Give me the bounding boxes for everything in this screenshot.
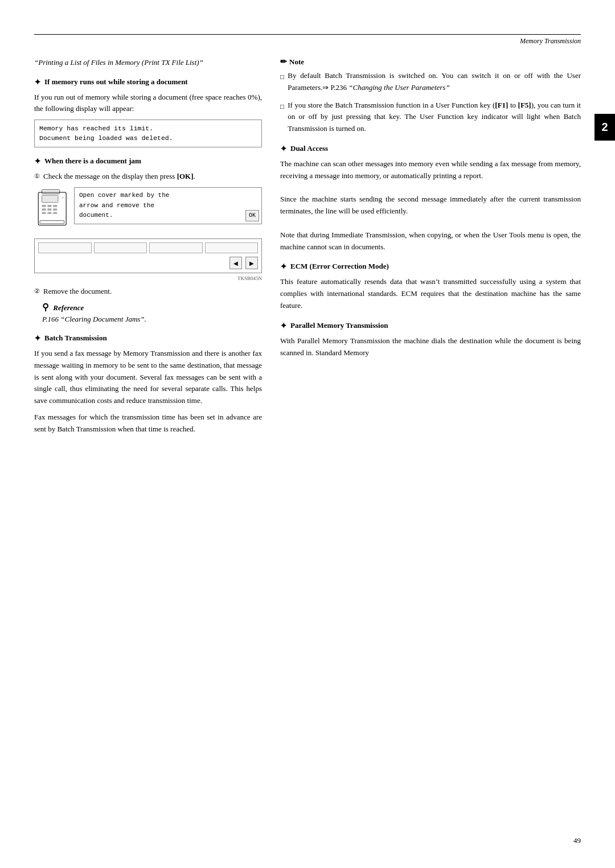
italic-reference: “Printing a List of Files in Memory (Pri… bbox=[34, 57, 262, 68]
note-item-2: □ If you store the Batch Transmission fu… bbox=[280, 100, 581, 135]
svg-rect-7 bbox=[47, 208, 51, 211]
right-column: ✏ Note □ By default Batch Transmission i… bbox=[280, 57, 581, 440]
pencil-icon: ✏ bbox=[280, 57, 287, 67]
checkbox-icon-2: □ bbox=[280, 101, 284, 112]
svg-rect-8 bbox=[53, 208, 57, 211]
reference-text: P.166 “Clearing Document Jams”. bbox=[42, 314, 262, 325]
diamond-icon-2: ✦ bbox=[34, 155, 41, 167]
display-box-memory: Memory has reached its limit. Document b… bbox=[34, 120, 262, 147]
note-title: ✏ Note bbox=[280, 57, 581, 67]
header-bar: Memory Transmission bbox=[34, 37, 581, 46]
button-row-diagram: ◀ ▶ bbox=[34, 238, 262, 273]
right-arrow-btn: ▶ bbox=[245, 257, 258, 269]
svg-text:→: → bbox=[60, 195, 64, 200]
reference-title: ⚲ Reference bbox=[42, 302, 262, 312]
header-rule bbox=[34, 34, 581, 35]
left-column: “Printing a List of Files in Memory (Pri… bbox=[34, 57, 262, 440]
fax-screen-box: Open cover marked by the arrow and remov… bbox=[74, 187, 262, 224]
fax-screen-line2: arrow and remove the bbox=[79, 201, 257, 211]
note-section: ✏ Note □ By default Batch Transmission i… bbox=[280, 57, 581, 135]
checkbox-icon-1: □ bbox=[280, 72, 284, 83]
svg-rect-5 bbox=[53, 205, 57, 207]
parallel-body: With Parallel Memory Transmission the ma… bbox=[280, 335, 581, 359]
step1-text: Check the message on the display then pr… bbox=[43, 171, 195, 182]
reference-icon: ⚲ bbox=[42, 302, 49, 312]
header-title: Memory Transmission bbox=[520, 37, 581, 46]
f1-key: [F1] bbox=[495, 101, 508, 109]
step1-circle: ① bbox=[34, 171, 40, 181]
note-text-1: By default Batch Transmission is switche… bbox=[288, 70, 581, 94]
section-memory-runs-out: ✦ If memory runs out while storing a doc… bbox=[34, 76, 262, 147]
fax-diagram-container: → Open cover marked by the arrow and rem… bbox=[34, 187, 262, 281]
svg-rect-11 bbox=[53, 212, 57, 215]
ecm-body: This feature automatically resends data … bbox=[280, 276, 581, 311]
diamond-icon-5: ✦ bbox=[280, 261, 287, 273]
fax-screen-line1: Open cover marked by the bbox=[79, 191, 257, 201]
svg-rect-10 bbox=[47, 212, 51, 215]
diamond-icon: ✦ bbox=[34, 76, 41, 88]
step-2: ② Remove the document. bbox=[34, 286, 262, 297]
note-item-1: □ By default Batch Transmission is switc… bbox=[280, 70, 581, 94]
svg-rect-3 bbox=[42, 205, 46, 207]
dual-access-body: The machine can scan other messages into… bbox=[280, 158, 581, 253]
display-line1: Memory has reached its limit. bbox=[39, 124, 257, 133]
fax-diagram: → Open cover marked by the arrow and rem… bbox=[34, 187, 262, 235]
note-text-2: If you store the Batch Transmission func… bbox=[288, 100, 581, 135]
section-ecm: ✦ ECM (Error Correction Mode) This featu… bbox=[280, 261, 581, 311]
fax-screen-line3: document. bbox=[79, 211, 257, 221]
step2-list: ② Remove the document. bbox=[34, 286, 262, 297]
dual-access-heading: ✦ Dual Access bbox=[280, 143, 581, 155]
svg-rect-12 bbox=[40, 221, 64, 224]
ok-button: OK bbox=[245, 210, 259, 221]
section3-body2: Fax messages for which the transmission … bbox=[34, 412, 262, 435]
svg-rect-6 bbox=[42, 208, 46, 211]
fax-machine-image: → bbox=[34, 187, 74, 235]
ok-key-label: [OK] bbox=[177, 172, 194, 180]
svg-rect-4 bbox=[47, 205, 51, 207]
button-bottom-row: ◀ ▶ bbox=[38, 257, 258, 269]
step-1: ① Check the message on the display then … bbox=[34, 171, 262, 182]
reference-block: ⚲ Reference P.166 “Clearing Document Jam… bbox=[42, 302, 262, 325]
section-document-jam: ✦ When there is a document jam ① Check t… bbox=[34, 155, 262, 325]
parallel-heading: ✦ Parallel Memory Transmission bbox=[280, 320, 581, 332]
section2-heading: ✦ When there is a document jam bbox=[34, 155, 262, 167]
page: Memory Transmission 2 “Printing a List o… bbox=[0, 0, 615, 868]
svg-rect-9 bbox=[42, 212, 46, 215]
page-number: 49 bbox=[573, 836, 581, 845]
diagram-label: TKSB045N bbox=[34, 275, 262, 281]
ecm-heading: ✦ ECM (Error Correction Mode) bbox=[280, 261, 581, 273]
btn-key-2 bbox=[94, 242, 147, 253]
two-column-layout: “Printing a List of Files in Memory (Pri… bbox=[34, 57, 581, 440]
btn-key-1 bbox=[38, 242, 92, 253]
step2-circle: ② bbox=[34, 286, 40, 296]
diamond-icon-6: ✦ bbox=[280, 320, 287, 332]
section1-body: If you run out of memory while storing a… bbox=[34, 92, 262, 116]
diamond-icon-4: ✦ bbox=[280, 143, 287, 155]
svg-rect-2 bbox=[42, 195, 58, 202]
display-line2: Document being loaded was deleted. bbox=[39, 133, 257, 143]
section-parallel-memory: ✦ Parallel Memory Transmission With Para… bbox=[280, 320, 581, 359]
section3-heading: ✦ Batch Transmission bbox=[34, 332, 262, 344]
diamond-icon-3: ✦ bbox=[34, 332, 41, 344]
chapter-tab: 2 bbox=[594, 114, 615, 141]
section1-heading: ✦ If memory runs out while storing a doc… bbox=[34, 76, 262, 88]
btn-key-4 bbox=[205, 242, 259, 253]
section-batch-transmission: ✦ Batch Transmission If you send a fax m… bbox=[34, 332, 262, 435]
section-dual-access: ✦ Dual Access The machine can scan other… bbox=[280, 143, 581, 253]
step-list: ① Check the message on the display then … bbox=[34, 171, 262, 182]
btn-key-3 bbox=[149, 242, 203, 253]
button-top-row bbox=[38, 242, 258, 253]
fax-machine-svg: → bbox=[34, 187, 73, 233]
section3-body1: If you send a fax message by Memory Tran… bbox=[34, 348, 262, 407]
f5-key: [F5] bbox=[518, 101, 531, 109]
svg-rect-1 bbox=[42, 190, 60, 194]
left-arrow-btn: ◀ bbox=[229, 257, 242, 269]
step2-text: Remove the document. bbox=[43, 286, 112, 297]
